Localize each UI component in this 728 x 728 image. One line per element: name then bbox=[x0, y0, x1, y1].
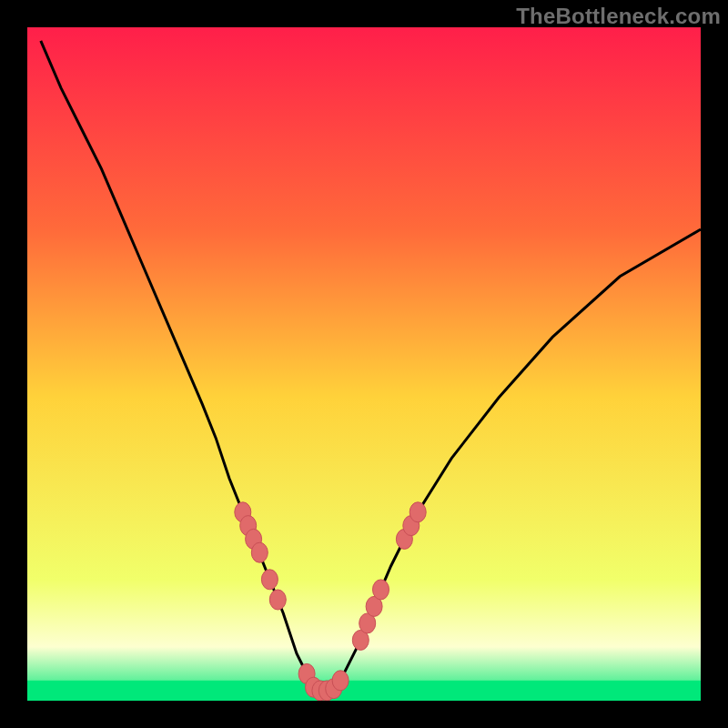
data-marker bbox=[373, 580, 389, 600]
data-marker bbox=[332, 671, 349, 691]
data-marker bbox=[410, 502, 426, 522]
gradient-background bbox=[27, 27, 701, 701]
data-marker bbox=[269, 590, 286, 610]
outer-frame: TheBottleneck.com bbox=[0, 0, 728, 728]
data-marker bbox=[261, 570, 278, 590]
chart-area bbox=[27, 27, 701, 701]
data-marker bbox=[251, 542, 268, 562]
green-band bbox=[27, 681, 701, 701]
watermark-text: TheBottleneck.com bbox=[516, 4, 721, 29]
bottleneck-chart bbox=[27, 27, 701, 701]
